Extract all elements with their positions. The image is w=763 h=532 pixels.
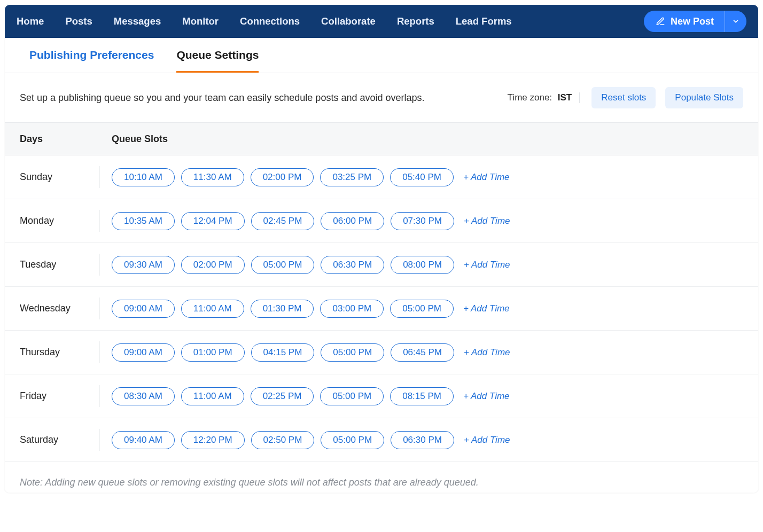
nav-posts[interactable]: Posts <box>65 15 92 27</box>
tab-queue-settings[interactable]: Queue Settings <box>176 38 259 73</box>
slots-container: 10:10 AM11:30 AM02:00 PM03:25 PM05:40 PM… <box>100 168 510 186</box>
time-slot[interactable]: 08:30 AM <box>112 387 175 405</box>
queue-row: Sunday10:10 AM11:30 AM02:00 PM03:25 PM05… <box>5 155 758 199</box>
description-row: Set up a publishing queue so you and you… <box>5 73 758 122</box>
queue-row: Monday10:35 AM12:04 PM02:45 PM06:00 PM07… <box>5 199 758 243</box>
slots-container: 09:30 AM02:00 PM05:00 PM06:30 PM08:00 PM… <box>100 256 510 274</box>
nav-collaborate[interactable]: Collaborate <box>321 15 376 27</box>
time-slot[interactable]: 06:00 PM <box>321 212 384 230</box>
time-slot[interactable]: 05:40 PM <box>390 168 454 186</box>
slots-container: 09:40 AM12:20 PM02:50 PM05:00 PM06:30 PM… <box>100 431 510 449</box>
time-slot[interactable]: 04:15 PM <box>251 343 315 362</box>
nav-connections[interactable]: Connections <box>240 15 300 27</box>
footnote: Note: Adding new queue slots or removing… <box>5 462 758 492</box>
queue-row: Wednesday09:00 AM11:00 AM01:30 PM03:00 P… <box>5 287 758 331</box>
timezone: Time zone: IST <box>508 92 580 103</box>
time-slot[interactable]: 10:35 AM <box>112 212 175 230</box>
time-slot[interactable]: 11:00 AM <box>181 300 244 318</box>
time-slot[interactable]: 02:45 PM <box>251 212 315 230</box>
add-time-button[interactable]: + Add Time <box>464 260 510 270</box>
day-label: Tuesday <box>20 254 100 276</box>
time-slot[interactable]: 02:00 PM <box>181 256 245 274</box>
day-label: Friday <box>20 385 100 407</box>
nav-monitor[interactable]: Monitor <box>182 15 219 27</box>
add-time-button[interactable]: + Add Time <box>464 216 510 226</box>
add-time-button[interactable]: + Add Time <box>463 303 510 314</box>
time-slot[interactable]: 05:00 PM <box>321 343 384 362</box>
time-slot[interactable]: 06:30 PM <box>391 431 454 449</box>
queue-row: Tuesday09:30 AM02:00 PM05:00 PM06:30 PM0… <box>5 243 758 287</box>
timezone-label: Time zone: <box>508 92 552 103</box>
add-time-button[interactable]: + Add Time <box>463 391 510 402</box>
reset-slots-button[interactable]: Reset slots <box>591 87 656 108</box>
time-slot[interactable]: 08:00 PM <box>391 256 454 274</box>
time-slot[interactable]: 07:30 PM <box>391 212 454 230</box>
time-slot[interactable]: 05:00 PM <box>320 387 384 405</box>
chevron-down-icon <box>732 18 739 25</box>
time-slot[interactable]: 10:10 AM <box>112 168 175 186</box>
time-slot[interactable]: 12:04 PM <box>181 212 245 230</box>
add-time-button[interactable]: + Add Time <box>464 347 510 358</box>
time-slot[interactable]: 09:00 AM <box>112 300 175 318</box>
time-slot[interactable]: 02:25 PM <box>251 387 314 405</box>
new-post-split-button: New Post <box>644 11 746 32</box>
nav-reports[interactable]: Reports <box>397 15 434 27</box>
queue-row: Saturday09:40 AM12:20 PM02:50 PM05:00 PM… <box>5 418 758 462</box>
slots-container: 10:35 AM12:04 PM02:45 PM06:00 PM07:30 PM… <box>100 212 510 230</box>
add-time-button[interactable]: + Add Time <box>463 172 510 183</box>
time-slot[interactable]: 05:00 PM <box>251 256 315 274</box>
time-slot[interactable]: 01:30 PM <box>251 300 314 318</box>
day-label: Saturday <box>20 429 100 451</box>
time-slot[interactable]: 12:20 PM <box>181 431 245 449</box>
day-label: Wednesday <box>20 298 100 319</box>
queue-row: Friday08:30 AM11:00 AM02:25 PM05:00 PM08… <box>5 374 758 418</box>
slots-container: 08:30 AM11:00 AM02:25 PM05:00 PM08:15 PM… <box>100 387 510 405</box>
time-slot[interactable]: 01:00 PM <box>181 343 245 362</box>
new-post-button[interactable]: New Post <box>644 11 725 32</box>
time-slot[interactable]: 08:15 PM <box>390 387 454 405</box>
nav-lead-forms[interactable]: Lead Forms <box>456 15 512 27</box>
tab-publishing-preferences[interactable]: Publishing Preferences <box>29 38 154 73</box>
queue-table-body: Sunday10:10 AM11:30 AM02:00 PM03:25 PM05… <box>5 155 758 462</box>
time-slot[interactable]: 11:00 AM <box>181 387 244 405</box>
nav-messages[interactable]: Messages <box>114 15 161 27</box>
header-days: Days <box>20 134 112 145</box>
nav-home[interactable]: Home <box>17 15 44 27</box>
top-nav: Home Posts Messages Monitor Connections … <box>5 5 758 38</box>
time-slot[interactable]: 09:30 AM <box>112 256 175 274</box>
time-slot[interactable]: 06:45 PM <box>391 343 454 362</box>
slots-container: 09:00 AM11:00 AM01:30 PM03:00 PM05:00 PM… <box>100 300 510 318</box>
time-slot[interactable]: 03:00 PM <box>320 300 384 318</box>
new-post-dropdown[interactable] <box>725 11 746 32</box>
add-time-button[interactable]: + Add Time <box>464 435 510 445</box>
time-slot[interactable]: 11:30 AM <box>181 168 244 186</box>
header-queue-slots: Queue Slots <box>112 134 168 145</box>
time-slot[interactable]: 05:00 PM <box>321 431 384 449</box>
time-slot[interactable]: 02:00 PM <box>251 168 314 186</box>
queue-row: Thursday09:00 AM01:00 PM04:15 PM05:00 PM… <box>5 331 758 374</box>
time-slot[interactable]: 02:50 PM <box>251 431 315 449</box>
queue-description: Set up a publishing queue so you and you… <box>20 92 498 104</box>
day-label: Thursday <box>20 341 100 363</box>
new-post-label: New Post <box>671 16 714 27</box>
time-slot[interactable]: 05:00 PM <box>390 300 454 318</box>
time-slot[interactable]: 03:25 PM <box>320 168 384 186</box>
subtabs: Publishing Preferences Queue Settings <box>5 38 758 73</box>
time-slot[interactable]: 06:30 PM <box>321 256 384 274</box>
time-slot[interactable]: 09:40 AM <box>112 431 175 449</box>
time-slot[interactable]: 09:00 AM <box>112 343 175 362</box>
timezone-value: IST <box>558 92 572 103</box>
populate-slots-button[interactable]: Populate Slots <box>665 87 743 108</box>
pencil-icon <box>656 17 665 26</box>
day-label: Sunday <box>20 166 100 188</box>
queue-table-header: Days Queue Slots <box>5 122 758 155</box>
slots-container: 09:00 AM01:00 PM04:15 PM05:00 PM06:45 PM… <box>100 343 510 362</box>
day-label: Monday <box>20 210 100 232</box>
